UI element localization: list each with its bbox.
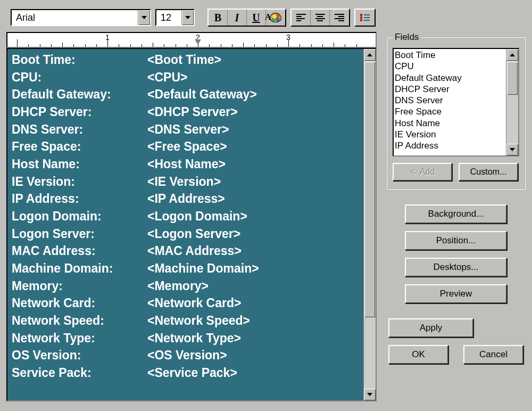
italic-icon: I [235, 12, 239, 24]
ruler-label: 3 [286, 33, 290, 42]
fields-listbox[interactable]: Boot TimeCPUDefault GatewayDHCP ServerDN… [394, 49, 506, 155]
size-combo[interactable]: 12 [155, 9, 195, 26]
editor-row: DHCP Server:<DHCP Server> [12, 103, 360, 121]
field-placeholder: <IE Version> [147, 173, 221, 191]
underline-button[interactable]: U [247, 10, 266, 26]
field-placeholder: <Network Card> [147, 294, 241, 312]
field-placeholder: <CPU> [147, 69, 187, 86]
background-button[interactable]: Background... [405, 204, 507, 224]
size-combo-dropdown[interactable] [181, 10, 194, 25]
editor-row: Machine Domain:<Machine Domain> [12, 260, 360, 277]
font-combo[interactable]: Arial [11, 9, 151, 26]
field-label: Default Gateway: [12, 86, 147, 103]
editor-row: Boot Time:<Boot Time> [12, 51, 360, 69]
field-label: Network Card: [12, 294, 147, 312]
field-placeholder: <Default Gateway> [147, 86, 257, 103]
field-label: IE Version: [12, 173, 147, 191]
field-placeholder: <Memory> [147, 277, 209, 295]
italic-button[interactable]: I [228, 10, 247, 26]
fields-legend: Fields [393, 32, 421, 43]
editor-row: MAC Address:<MAC Address> [12, 242, 360, 260]
field-placeholder: <Service Pack> [147, 364, 237, 382]
field-label: Logon Server: [12, 225, 147, 243]
field-placeholder: <Network Speed> [147, 312, 250, 330]
side-buttons: Background... Position... Desktops... Pr… [396, 204, 516, 303]
field-label: Machine Domain: [12, 260, 147, 277]
field-placeholder: <DNS Server> [147, 121, 229, 138]
side-panel: Fields Boot TimeCPUDefault GatewayDHCP S… [386, 32, 526, 401]
field-placeholder: <Logon Domain> [147, 208, 247, 225]
editor-textarea[interactable]: Boot Time:<Boot Time>CPU:<CPU>Default Ga… [7, 49, 363, 400]
ok-button[interactable]: OK [388, 345, 448, 364]
list-item[interactable]: Host Name [395, 118, 505, 129]
editor-row: IE Version:<IE Version> [12, 173, 360, 191]
editor-row: Logon Domain:<Logon Domain> [12, 208, 360, 225]
editor-row: Memory:<Memory> [12, 277, 360, 295]
chevron-down-icon [510, 148, 515, 151]
ruler[interactable]: 123 [6, 32, 377, 48]
fields-scrollbar[interactable] [506, 49, 518, 155]
custom-button[interactable]: Custom... [459, 163, 518, 181]
scroll-down-button[interactable] [364, 389, 376, 400]
editor-wrap: Boot Time:<Boot Time>CPU:<CPU>Default Ga… [6, 48, 377, 401]
list-item[interactable]: IE Version [395, 129, 505, 140]
cancel-button[interactable]: Cancel [463, 345, 523, 364]
dialog-buttons: Apply OK Cancel [386, 318, 526, 364]
add-button[interactable]: <- Add [393, 163, 452, 181]
field-placeholder: <MAC Address> [147, 242, 242, 260]
chevron-down-icon [142, 16, 147, 19]
preview-button[interactable]: Preview [405, 284, 507, 303]
style-button-group: B I U [207, 9, 286, 27]
field-placeholder: <IP Address> [147, 190, 225, 208]
editor-row: Network Type:<Network Type> [12, 330, 360, 347]
list-item[interactable]: Boot Time [395, 50, 505, 61]
align-right-button[interactable] [330, 10, 349, 26]
list-item[interactable]: IP Address [395, 140, 505, 151]
editor-row: IP Address:<IP Address> [12, 190, 360, 208]
scroll-down-button[interactable] [506, 144, 518, 155]
font-combo-dropdown[interactable] [138, 10, 150, 25]
color-button[interactable] [266, 10, 285, 26]
apply-button[interactable]: Apply [388, 318, 473, 338]
list-item[interactable]: Free Space [395, 106, 505, 117]
list-item[interactable]: DNS Server [395, 95, 505, 106]
scroll-up-button[interactable] [506, 49, 518, 61]
list-item[interactable]: CPU [395, 61, 505, 72]
scroll-up-button[interactable] [364, 49, 376, 61]
align-center-icon [315, 14, 325, 21]
scroll-thumb[interactable] [507, 62, 518, 95]
scroll-track[interactable] [506, 61, 518, 144]
align-center-button[interactable] [311, 10, 330, 26]
font-combo-value: Arial [12, 12, 138, 23]
position-button[interactable]: Position... [405, 231, 507, 250]
list-item[interactable]: Default Gateway [395, 72, 505, 84]
editor-column: 123 Boot Time:<Boot Time>CPU:<CPU>Defaul… [6, 32, 377, 401]
scroll-thumb[interactable] [364, 62, 375, 317]
underline-icon: U [252, 12, 260, 24]
field-label: DHCP Server: [12, 103, 147, 121]
field-label: Logon Domain: [12, 208, 147, 225]
align-left-button[interactable] [292, 10, 311, 26]
field-label: Boot Time: [12, 51, 147, 69]
list-button-group [354, 9, 376, 27]
ruler-indent-marker[interactable] [195, 39, 201, 45]
size-combo-value: 12 [156, 12, 181, 23]
field-label: Memory: [12, 277, 147, 295]
editor-row: CPU:<CPU> [12, 69, 360, 86]
field-label: Network Type: [12, 330, 147, 347]
desktops-button[interactable]: Desktops... [405, 258, 507, 277]
bold-button[interactable]: B [209, 10, 228, 26]
field-placeholder: <OS Version> [147, 347, 227, 364]
scroll-track[interactable] [364, 61, 376, 389]
field-label: IP Address: [12, 190, 147, 208]
main-area: 123 Boot Time:<Boot Time>CPU:<CPU>Defaul… [6, 32, 526, 401]
field-label: CPU: [12, 69, 147, 86]
list-item[interactable]: DHCP Server [395, 84, 505, 95]
bullets-button[interactable] [355, 10, 375, 26]
field-placeholder: <Machine Domain> [147, 260, 259, 277]
palette-icon [270, 13, 281, 22]
editor-scrollbar[interactable] [363, 49, 376, 400]
editor-row: DNS Server:<DNS Server> [12, 121, 360, 138]
ruler-label: 1 [105, 33, 110, 42]
editor-row: Default Gateway:<Default Gateway> [12, 86, 360, 103]
